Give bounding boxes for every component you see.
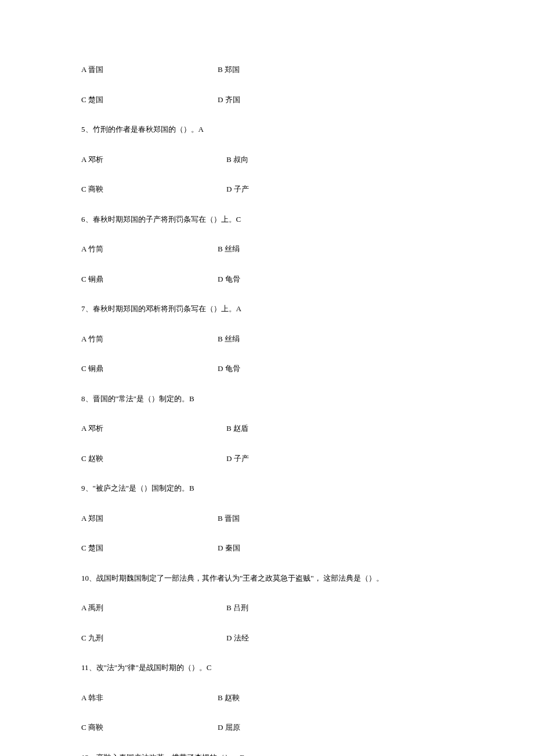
q12-text: 12、商鞅入秦国变法改革，携带了李悝的（）。D	[81, 752, 453, 757]
q8-text: 8、晋国的"常法"是（）制定的。B	[81, 393, 453, 405]
q5-option-d: D 子产	[226, 183, 453, 195]
q8-option-c: C 赵鞅	[81, 453, 226, 465]
q6-text: 6、春秋时期郑国的子产将刑罚条写在（）上。C	[81, 214, 453, 225]
q7-option-b: B 丝绢	[218, 333, 453, 345]
q6-option-a: A 竹简	[81, 243, 218, 255]
document-page: A 晋国 B 郑国 C 楚国 D 齐国 5、竹刑的作者是春秋郑国的（）。A A …	[0, 0, 534, 756]
q5-text: 5、竹刑的作者是春秋郑国的（）。A	[81, 124, 453, 135]
q8-options-row-2: C 赵鞅 D 子产	[81, 453, 453, 465]
q8-options-row-1: A 邓析 B 赵盾	[81, 423, 453, 434]
q8-option-b: B 赵盾	[226, 423, 453, 434]
q7-option-d: D 龟骨	[218, 363, 453, 375]
q11-text: 11、改"法"为"律"是战国时期的（）。C	[81, 662, 453, 674]
q6-options-row-2: C 铜鼎 D 龟骨	[81, 273, 453, 285]
q7-text: 7、春秋时期郑国的邓析将刑罚条写在（）上。A	[81, 303, 453, 315]
q9-text: 9、"被庐之法"是（）国制定的。B	[81, 483, 453, 494]
q7-options-row-1: A 竹简 B 丝绢	[81, 333, 453, 345]
q6-options-row-1: A 竹简 B 丝绢	[81, 243, 453, 255]
q9-option-a: A 郑国	[81, 513, 218, 524]
q8-option-d: D 子产	[226, 453, 453, 465]
q9-option-b: B 晋国	[218, 513, 453, 524]
q11-options-row-1: A 韩非 B 赵鞅	[81, 692, 453, 704]
q5-option-b: B 叔向	[226, 154, 453, 165]
q9-options-row-2: C 楚国 D 秦国	[81, 542, 453, 554]
q9-options-row-1: A 郑国 B 晋国	[81, 513, 453, 524]
q11-option-c: C 商鞅	[81, 722, 218, 733]
q8-option-a: A 邓析	[81, 423, 226, 434]
q7-option-a: A 竹简	[81, 333, 218, 345]
q7-options-row-2: C 铜鼎 D 龟骨	[81, 363, 453, 375]
q5-options-row-1: A 邓析 B 叔向	[81, 154, 453, 165]
q11-options-row-2: C 商鞅 D 屈原	[81, 722, 453, 733]
q10-option-a: A 禹刑	[81, 602, 226, 614]
q7-option-c: C 铜鼎	[81, 363, 218, 375]
q10-option-c: C 九刑	[81, 632, 226, 644]
q5-option-a: A 邓析	[81, 154, 226, 165]
q6-option-b: B 丝绢	[218, 243, 453, 255]
q10-options-row-1: A 禹刑 B 吕刑	[81, 602, 453, 614]
q10-option-d: D 法经	[226, 632, 453, 644]
q4-options-row-2: C 楚国 D 齐国	[81, 94, 453, 106]
q4-option-a: A 晋国	[81, 64, 218, 75]
q4-option-b: B 郑国	[218, 64, 453, 75]
q10-option-b: B 吕刑	[226, 602, 453, 614]
q5-option-c: C 商鞅	[81, 183, 226, 195]
q11-option-a: A 韩非	[81, 692, 218, 704]
q9-option-d: D 秦国	[218, 542, 453, 554]
q6-option-c: C 铜鼎	[81, 273, 218, 285]
q4-options-row-1: A 晋国 B 郑国	[81, 64, 453, 75]
q9-option-c: C 楚国	[81, 542, 218, 554]
q10-text: 10、战国时期魏国制定了一部法典，其作者认为"王者之政莫急于盗贼"， 这部法典是…	[81, 573, 453, 584]
q6-option-d: D 龟骨	[218, 273, 453, 285]
q4-option-c: C 楚国	[81, 94, 218, 106]
q10-options-row-2: C 九刑 D 法经	[81, 632, 453, 644]
q11-option-d: D 屈原	[218, 722, 453, 733]
q4-option-d: D 齐国	[218, 94, 453, 106]
q5-options-row-2: C 商鞅 D 子产	[81, 183, 453, 195]
q11-option-b: B 赵鞅	[218, 692, 453, 704]
